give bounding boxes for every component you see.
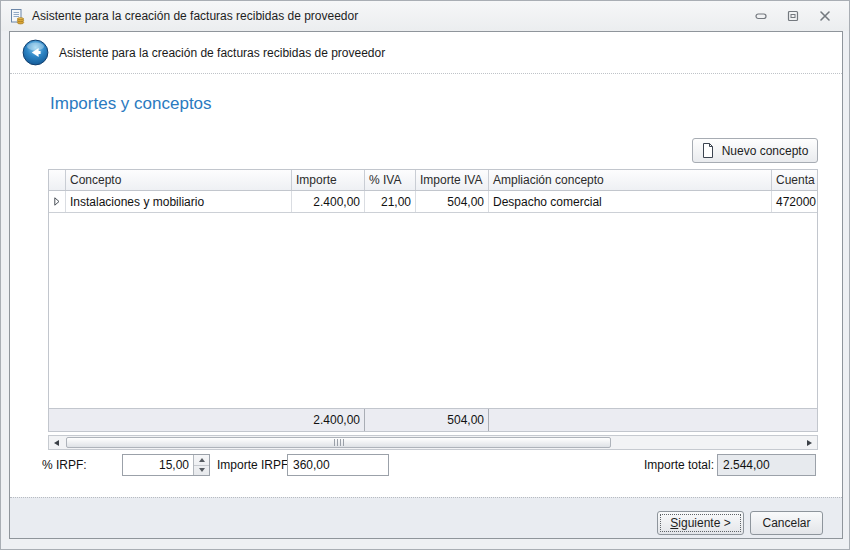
grid-empty-area [49,213,817,408]
importe-total-label: Importe total: [604,454,714,476]
importe-irpf-label: Importe IRPF: [217,454,292,476]
cell-ampliacion: Despacho comercial [489,191,772,212]
cell-concepto: Instalaciones y mobiliario [66,191,292,212]
window-controls [753,8,841,24]
importe-total-value [717,454,816,476]
irpf-percent-stepper [122,454,210,476]
grid-header-iva[interactable]: % IVA [365,170,416,190]
scroll-left-icon[interactable] [49,436,64,449]
wizard-panel: Asistente para la creación de facturas r… [9,31,843,539]
cell-importe: 2.400,00 [292,191,365,212]
grid-footer: 2.400,00 504,00 [49,408,817,431]
irpf-percent-input[interactable] [123,455,193,475]
horizontal-scrollbar[interactable] [48,435,818,450]
scroll-right-icon[interactable] [802,436,817,449]
grid-header-concepto[interactable]: Concepto [66,170,292,190]
back-arrow-icon[interactable] [22,39,49,66]
page-title: Importes y conceptos [50,94,212,114]
minimize-icon[interactable] [753,8,769,24]
new-concept-label: Nuevo concepto [722,144,809,158]
new-concept-button[interactable]: Nuevo concepto [692,138,818,163]
grid-header-cuenta[interactable]: Cuenta [772,170,817,190]
cancel-button[interactable]: Cancelar [750,511,823,535]
cell-importe-iva: 504,00 [416,191,489,212]
footer-total-importe: 2.400,00 [292,409,365,431]
table-row[interactable]: Instalaciones y mobiliario 2.400,00 21,0… [49,191,817,213]
cell-cuenta: 472000 [772,191,817,212]
close-icon[interactable] [817,8,833,24]
wizard-header-title: Asistente para la creación de facturas r… [59,46,385,60]
grid-header: Concepto Importe % IVA Importe IVA Ampli… [49,170,817,191]
window-title: Asistente para la creación de facturas r… [32,9,358,23]
irpf-percent-label: % IRPF: [42,454,87,476]
maximize-icon[interactable] [785,8,801,24]
spin-up-icon[interactable] [194,455,209,466]
wizard-window: Asistente para la creación de facturas r… [0,0,850,550]
cell-iva: 21,00 [365,191,416,212]
new-document-icon [702,143,714,158]
footer-total-importe-iva: 504,00 [416,409,489,431]
spin-down-icon[interactable] [194,466,209,476]
grid-header-importe-iva[interactable]: Importe IVA [416,170,489,190]
next-button[interactable]: Siguiente > [657,511,744,535]
scrollbar-thumb[interactable] [66,437,611,448]
grid-header-ampliacion[interactable]: Ampliación concepto [489,170,772,190]
importe-irpf-input[interactable] [287,454,389,476]
row-arrow-icon [49,191,66,212]
titlebar: Asistente para la creación de facturas r… [1,1,849,31]
grid-header-importe[interactable]: Importe [292,170,365,190]
concepts-grid: Concepto Importe % IVA Importe IVA Ampli… [48,169,818,432]
dialog-footer: Siguiente > Cancelar [10,497,842,538]
grid-header-selector [49,170,66,190]
wizard-header: Asistente para la creación de facturas r… [10,32,842,74]
invoice-icon [9,8,26,25]
